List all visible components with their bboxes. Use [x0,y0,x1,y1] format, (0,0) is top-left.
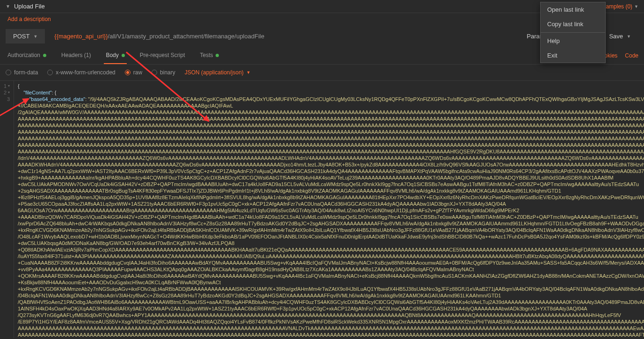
method-select[interactable]: POST▼ [6,29,45,43]
collapse-icon[interactable]: ▼ [6,4,10,9]
code-editor[interactable]: 1 ▾ 2 ▾ 3 { "fileContent": { "base64_enc… [0,81,644,338]
tab-authorization[interactable]: Authorization [6,47,48,64]
menu-exit[interactable]: Exit [541,48,605,63]
add-description-link[interactable]: Add a description [7,16,51,22]
content-type-dropdown[interactable]: JSON (application/json)▼ [185,69,251,76]
menu-separator [541,32,605,33]
radio-raw[interactable]: raw [125,69,142,76]
radio-xwww[interactable]: x-www-form-urlencoded [47,69,115,76]
code-link[interactable]: Code [625,52,638,59]
dot-icon [216,54,219,57]
tab-body[interactable]: Body [104,47,126,64]
tab-tests[interactable]: Tests [198,47,221,64]
url-variable: {{magento_api_url}} [54,33,108,40]
dot-icon [122,54,125,57]
request-title: Upload File [14,3,45,10]
url-input[interactable]: {{magento_api_url}}/all/V1/amasty_produc… [51,33,515,40]
menu-copy-last[interactable]: Copy last link [541,17,605,31]
menu-open-last[interactable]: Open last link [541,2,605,17]
radio-binary[interactable]: binary [152,69,175,76]
menu-help[interactable]: Help [541,34,605,48]
line-gutter: 1 ▾ 2 ▾ 3 [0,81,14,338]
body-type-row: form-data x-www-form-urlencoded raw bina… [0,65,644,81]
url-path: /all/V1/amasty_product_attachment/filema… [108,33,265,40]
save-button[interactable]: Save▼ [601,29,638,43]
code-content[interactable]: { "fileContent": { "base64_encoded_data"… [14,81,644,338]
tab-headers[interactable]: Headers (1) [59,47,93,64]
dot-icon [43,54,46,57]
tab-prerequest[interactable]: Pre-request Script [138,47,187,64]
context-menu: Open last link Copy last link Help Exit [540,2,606,63]
radio-form-data[interactable]: form-data [6,69,38,76]
